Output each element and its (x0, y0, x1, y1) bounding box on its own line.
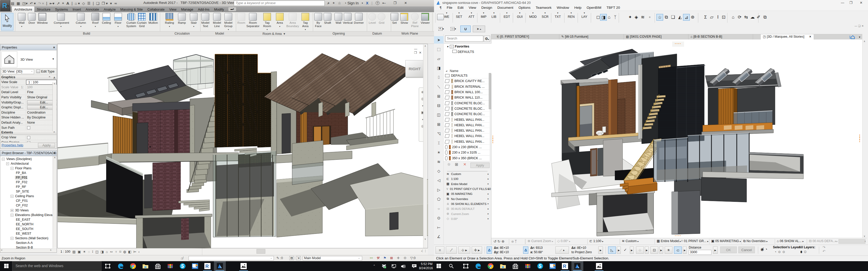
svg-text:R: R (206, 264, 209, 269)
svg-text:R: R (563, 264, 566, 269)
